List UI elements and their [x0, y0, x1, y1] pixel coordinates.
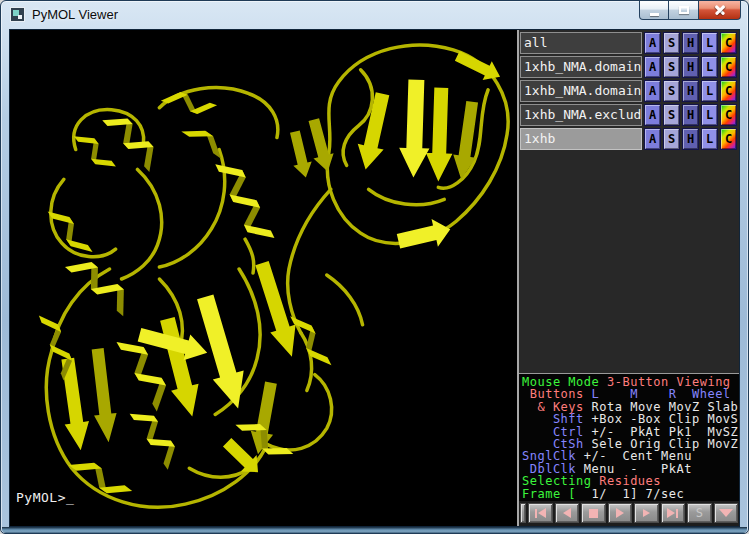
action-button-H[interactable]: H — [682, 104, 699, 126]
action-button-S[interactable]: S — [663, 32, 680, 54]
minimize-icon — [650, 13, 659, 16]
object-row-name[interactable]: 1xhb_NMA.domain. — [520, 56, 642, 78]
action-button-L[interactable]: L — [701, 128, 718, 150]
object-row: 1xhb_NMA.domain.ASHLC — [520, 56, 737, 78]
3d-viewport[interactable]: PyMOL>_ — [10, 30, 517, 526]
action-button-S[interactable]: S — [663, 56, 680, 78]
control-panel: allASHLC1xhb_NMA.domain.ASHLC1xhb_NMA.do… — [517, 30, 739, 526]
minimize-button[interactable] — [639, 1, 669, 20]
playback-step-back-button[interactable] — [555, 503, 580, 523]
window-bottom-edge — [2, 527, 747, 533]
playback-menu-button[interactable] — [714, 503, 739, 523]
object-row: 1xhb_NMA.domain.ASHLC — [520, 80, 737, 102]
mouse-mode-panel: Mouse Mode 3-Button Viewing Buttons L M … — [519, 373, 739, 501]
action-button-A[interactable]: A — [644, 56, 661, 78]
action-button-L[interactable]: L — [701, 56, 718, 78]
action-button-C[interactable]: C — [720, 32, 737, 54]
action-button-A[interactable]: A — [644, 80, 661, 102]
action-button-C[interactable]: C — [720, 80, 737, 102]
object-row-name[interactable]: 1xhb — [520, 128, 642, 150]
window-controls — [639, 1, 741, 20]
pymol-viewer-window: PyMOL Viewer PyMOL>_ allASHLC1xhb_NMA.do… — [0, 0, 749, 534]
command-prompt[interactable]: PyMOL>_ — [16, 490, 74, 505]
window-title: PyMOL Viewer — [32, 7, 118, 22]
playback-bar: S — [519, 501, 739, 526]
maximize-button[interactable] — [669, 1, 698, 20]
maximize-icon — [679, 6, 689, 14]
playback-skip-start-button[interactable] — [528, 503, 553, 523]
action-button-L[interactable]: L — [701, 80, 718, 102]
action-button-C[interactable]: C — [720, 128, 737, 150]
playback-play-button[interactable] — [608, 503, 633, 523]
action-button-L[interactable]: L — [701, 32, 718, 54]
app-icon — [10, 7, 25, 22]
object-row-name[interactable]: all — [520, 32, 642, 54]
playback-skip-end-button[interactable] — [661, 503, 686, 523]
playback-grip[interactable] — [520, 503, 526, 523]
playback-step-forward-button[interactable] — [634, 503, 659, 523]
object-row-name[interactable]: 1xhb_NMA.exclude — [520, 104, 642, 126]
action-button-A[interactable]: A — [644, 32, 661, 54]
object-row: allASHLC — [520, 32, 737, 54]
action-button-H[interactable]: H — [682, 56, 699, 78]
object-row: 1xhb_NMA.excludeASHLC — [520, 104, 737, 126]
action-button-S[interactable]: S — [663, 80, 680, 102]
panel-spacer — [519, 150, 739, 373]
action-button-H[interactable]: H — [682, 128, 699, 150]
playback-stop-button[interactable] — [581, 503, 606, 523]
protein-structure[interactable] — [10, 30, 517, 526]
main-content: PyMOL>_ allASHLC1xhb_NMA.domain.ASHLC1xh… — [9, 29, 740, 527]
playback-s-button-button[interactable]: S — [687, 503, 712, 523]
action-button-C[interactable]: C — [720, 56, 737, 78]
action-button-C[interactable]: C — [720, 104, 737, 126]
frame-counter-line: Frame [ 1/ 1] 7/sec — [522, 488, 739, 500]
action-button-A[interactable]: A — [644, 128, 661, 150]
close-button[interactable] — [698, 1, 741, 20]
action-button-H[interactable]: H — [682, 80, 699, 102]
action-button-L[interactable]: L — [701, 104, 718, 126]
object-list: allASHLC1xhb_NMA.domain.ASHLC1xhb_NMA.do… — [519, 30, 739, 150]
title-bar[interactable]: PyMOL Viewer — [1, 1, 748, 28]
action-button-S[interactable]: S — [663, 104, 680, 126]
object-row: 1xhbASHLC — [520, 128, 737, 150]
action-button-S[interactable]: S — [663, 128, 680, 150]
action-button-H[interactable]: H — [682, 32, 699, 54]
object-row-name[interactable]: 1xhb_NMA.domain. — [520, 80, 642, 102]
action-button-A[interactable]: A — [644, 104, 661, 126]
